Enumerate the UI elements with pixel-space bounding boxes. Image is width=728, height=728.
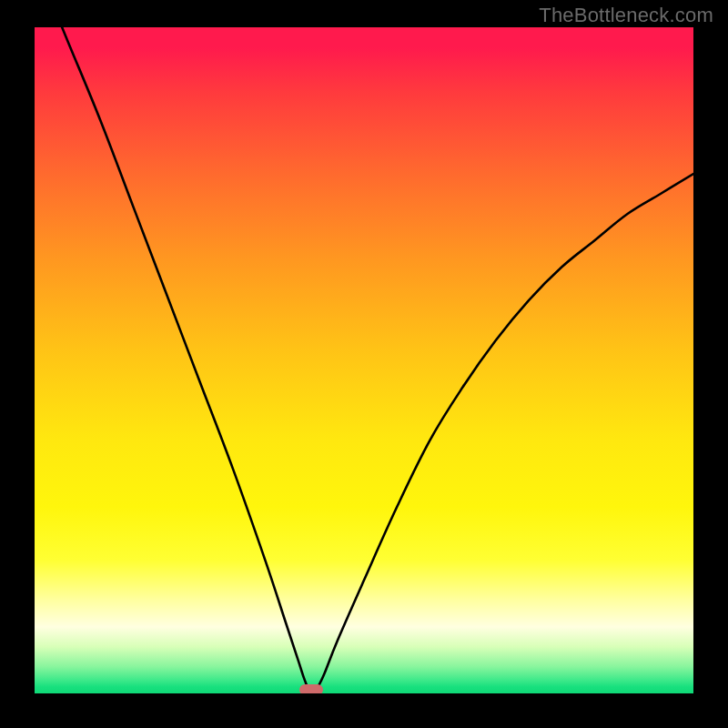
plot-area	[35, 27, 693, 693]
watermark-text: TheBottleneck.com	[539, 4, 713, 27]
chart-frame: TheBottleneck.com	[0, 0, 728, 728]
optimum-marker	[299, 684, 323, 693]
bottleneck-curve	[35, 27, 693, 693]
